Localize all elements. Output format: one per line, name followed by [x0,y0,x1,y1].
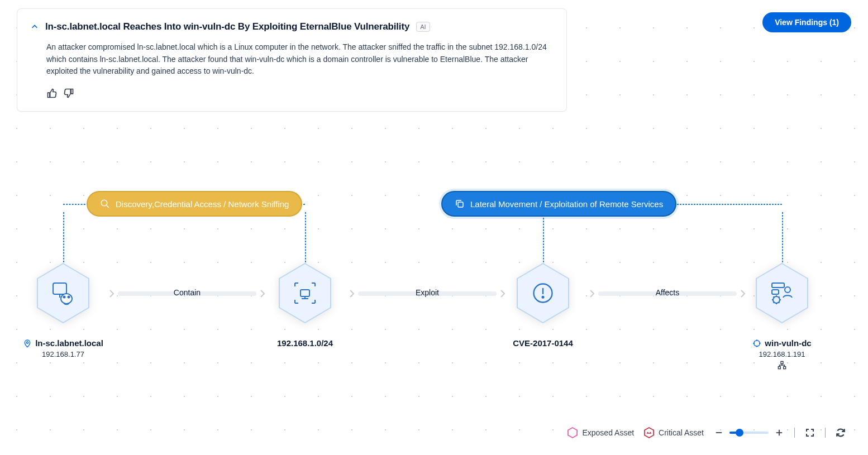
svg-marker-22 [568,428,577,438]
tactic-pill-lateral-movement[interactable]: Lateral Movement / Exploitation of Remot… [441,191,676,217]
collapse-icon[interactable] [31,23,39,31]
copy-icon [455,199,465,209]
tactic-pill-discovery[interactable]: Discovery,Credential Access / Network Sn… [87,191,302,217]
svg-point-18 [754,340,760,346]
magnify-icon [100,199,110,209]
fullscreen-button[interactable] [805,428,815,438]
thumbs-down-icon[interactable] [63,88,74,99]
refresh-button[interactable] [836,428,846,438]
svg-rect-9 [301,290,309,296]
crown-hexagon-icon [644,427,654,438]
svg-rect-19 [781,361,783,363]
edge-affects: Affects [589,289,746,298]
separator [825,428,826,438]
svg-point-7 [26,342,28,343]
svg-rect-1 [458,202,463,207]
svg-marker-23 [645,428,654,438]
finding-card: ln-sc.labnet.local Reaches Into win-vuln… [17,8,567,112]
connector-line [782,212,783,268]
svg-point-17 [773,296,780,303]
connector-line [63,204,88,205]
node-title: 192.168.1.0/24 [277,338,333,348]
connector-line [543,212,544,268]
edge-label: Affects [589,288,746,297]
slider-handle[interactable] [736,429,743,437]
svg-point-0 [101,200,107,206]
legend-label: Exposed Asset [582,428,634,437]
view-findings-button[interactable]: View Findings (1) [762,12,851,32]
svg-point-16 [785,287,790,293]
node-subtitle: 192.168.1.77 [42,350,84,358]
finding-title: ln-sc.labnet.local Reaches Into win-vuln… [45,21,409,32]
slider-track[interactable] [729,432,769,434]
node-cve[interactable]: CVE-2017-0144 [487,262,599,348]
thumbs-up-icon[interactable] [46,88,58,99]
node-subnet[interactable]: 192.168.1.0/24 [249,262,361,348]
svg-rect-14 [772,283,784,288]
node-title: win-vuln-dc [765,338,811,348]
location-icon [23,339,32,348]
node-subtitle: 192.168.1.191 [759,350,805,358]
legend-critical-asset: Critical Asset [644,427,704,438]
legend-label: Critical Asset [659,428,704,437]
connector-line [305,212,306,268]
canvas-toolbar: Exposed Asset Critical Asset [567,427,846,438]
node-target-host[interactable]: win-vuln-dc 192.168.1.191 [726,262,838,370]
tactic-label: Discovery,Credential Access / Network Sn… [116,199,289,209]
separator [794,428,795,438]
edge-contain: Contain [109,289,265,298]
hexagon-outline-icon [567,427,578,438]
ai-badge: AI [416,22,430,32]
alert-icon [531,281,555,305]
subnet-icon [292,280,318,306]
edge-label: Exploit [349,288,505,297]
zoom-in-button[interactable] [774,428,784,438]
edge-exploit: Exploit [349,289,505,298]
linux-host-icon [50,280,77,306]
node-title: CVE-2017-0144 [513,338,573,348]
tactic-label: Lateral Movement / Exploitation of Remot… [470,199,663,209]
target-icon [752,339,761,348]
edge-label: Contain [109,288,265,297]
svg-rect-15 [772,290,779,294]
server-user-icon [769,280,795,306]
legend-exposed-asset: Exposed Asset [567,427,634,438]
node-source-host[interactable]: ln-sc.labnet.local 192.168.1.77 [7,262,119,358]
svg-point-5 [64,296,65,298]
finding-description: An attacker compromised ln-sc.labnet.loc… [31,41,553,78]
node-title: ln-sc.labnet.local [35,338,103,348]
svg-point-6 [68,296,70,298]
zoom-slider[interactable] [714,428,784,438]
sitemap-icon [778,361,786,370]
svg-point-12 [542,296,544,298]
zoom-out-button[interactable] [714,428,724,438]
svg-rect-3 [53,283,66,294]
svg-rect-20 [778,367,780,369]
svg-point-4 [61,294,72,304]
svg-rect-21 [784,367,786,369]
connector-line [63,212,64,268]
